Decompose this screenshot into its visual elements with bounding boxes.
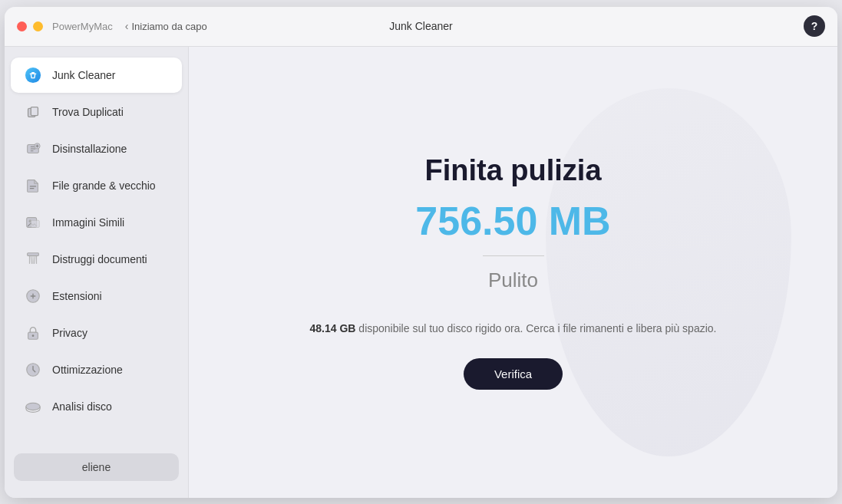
disk-free-amount: 48.14 GB — [310, 322, 356, 334]
verify-button[interactable]: Verifica — [464, 358, 563, 390]
estensioni-icon — [23, 286, 43, 306]
junk-cleaner-icon — [23, 65, 43, 85]
sidebar-item-disinstallazione[interactable]: Disinstallazione — [11, 131, 182, 166]
sidebar-item-privacy[interactable]: Privacy — [11, 315, 182, 351]
sidebar-label-trova-duplicati: Trova Duplicati — [52, 106, 124, 118]
sidebar-item-trova-duplicati[interactable]: Trova Duplicati — [11, 94, 182, 130]
sidebar-label-distruggi-documenti: Distruggi documenti — [52, 253, 147, 265]
nav-back-button[interactable]: ‹ Iniziamo da capo — [125, 20, 207, 32]
sidebar-label-analisi-disco: Analisi disco — [52, 400, 112, 413]
result-title: Finita pulizia — [424, 154, 601, 187]
sidebar-footer: eliene — [5, 446, 188, 489]
sidebar-label-estensioni: Estensioni — [52, 290, 102, 302]
sidebar-item-estensioni[interactable]: Estensioni — [11, 278, 182, 314]
app-brand: PowerMyMac — [52, 21, 113, 32]
svg-rect-8 — [28, 252, 39, 255]
sidebar-item-junk-cleaner[interactable]: Junk Cleaner — [11, 58, 182, 93]
content-inner: Finita pulizia 756.50 MB Pulito 48.14 GB… — [310, 154, 717, 390]
svg-rect-7 — [31, 220, 39, 227]
nav-back-label: Iniziamo da capo — [131, 21, 206, 32]
disinstallazione-icon — [23, 139, 43, 159]
sidebar-label-file-grande: File grande & vecchio — [52, 180, 156, 192]
main-content: Junk Cleaner Trova Duplicati — [5, 47, 837, 498]
title-bar: PowerMyMac ‹ Iniziamo da capo Junk Clean… — [5, 7, 837, 47]
trova-duplicati-icon — [23, 102, 43, 122]
minimize-button[interactable] — [33, 21, 43, 31]
close-button[interactable] — [17, 21, 27, 31]
ottimizzazione-icon — [23, 360, 43, 380]
sidebar-item-file-grande[interactable]: File grande & vecchio — [11, 168, 182, 203]
result-size: 756.50 MB — [415, 199, 610, 243]
file-grande-icon — [23, 176, 43, 196]
user-button[interactable]: eliene — [14, 453, 179, 481]
sidebar-item-ottimizzazione[interactable]: Ottimizzazione — [11, 352, 182, 387]
disk-free-text: disponibile sul tuo disco rigido ora. Ce… — [355, 322, 716, 334]
sidebar-item-analisi-disco[interactable]: Analisi disco — [11, 389, 182, 424]
svg-rect-2 — [31, 107, 38, 115]
sidebar-label-junk-cleaner: Junk Cleaner — [52, 69, 116, 81]
app-window: PowerMyMac ‹ Iniziamo da capo Junk Clean… — [5, 7, 837, 498]
chevron-left-icon: ‹ — [125, 20, 129, 32]
svg-point-11 — [32, 334, 35, 337]
privacy-icon — [23, 323, 43, 343]
svg-point-13 — [26, 403, 40, 410]
traffic-lights — [17, 21, 43, 31]
sidebar-label-immagini-simili: Immagini Simili — [52, 216, 124, 229]
immagini-simili-icon — [23, 212, 43, 232]
disk-info: 48.14 GB disponibile sul tuo disco rigid… — [310, 320, 717, 337]
sidebar-items: Junk Cleaner Trova Duplicati — [5, 56, 188, 446]
sidebar-label-ottimizzazione: Ottimizzazione — [52, 364, 123, 376]
sidebar: Junk Cleaner Trova Duplicati — [5, 47, 189, 498]
analisi-disco-icon — [23, 397, 43, 417]
sidebar-item-immagini-simili[interactable]: Immagini Simili — [11, 205, 182, 240]
help-button[interactable]: ? — [804, 15, 825, 37]
window-title: Junk Cleaner — [389, 20, 453, 32]
result-status: Pulito — [488, 268, 538, 292]
content-area: Finita pulizia 756.50 MB Pulito 48.14 GB… — [189, 47, 837, 498]
sidebar-label-privacy: Privacy — [52, 327, 88, 339]
sidebar-label-disinstallazione: Disinstallazione — [52, 143, 127, 155]
result-divider — [483, 255, 544, 256]
svg-point-0 — [25, 67, 41, 82]
sidebar-item-distruggi-documenti[interactable]: Distruggi documenti — [11, 242, 182, 277]
distruggi-documenti-icon — [23, 249, 43, 269]
